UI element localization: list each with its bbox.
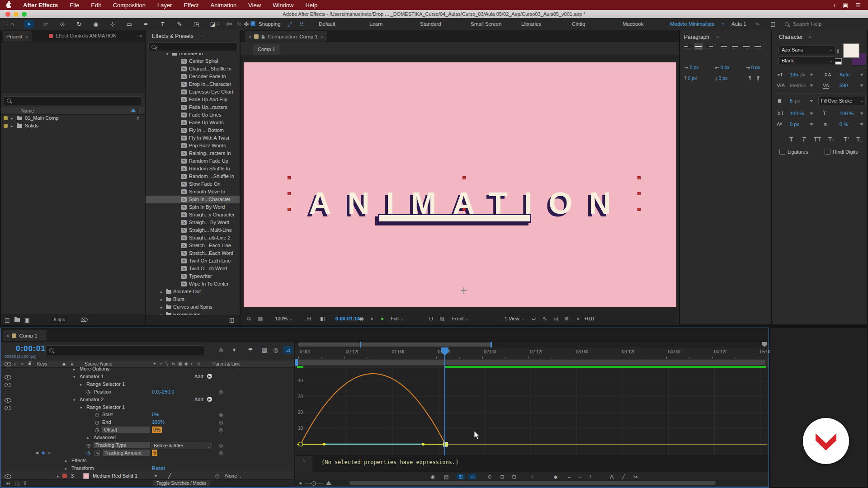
graph-editor[interactable]: 40302010 [295,368,769,455]
paragraph-align-1-button[interactable] [694,43,703,50]
effects-item[interactable]: fx Stretch...Each Line [146,242,240,249]
snap-angle-icon[interactable]: ⤢ [285,20,295,28]
snap-grid-icon[interactable]: ⠿ [297,20,307,28]
faux-bold-icon[interactable]: T [789,136,793,143]
paragraph-align-6-button[interactable] [753,43,762,50]
rectangle-tool[interactable]: ▭ [124,20,134,28]
hindi-digits-checkbox[interactable] [825,149,830,155]
next-keyframe-icon[interactable]: ▶ [48,450,51,455]
font-size-value[interactable]: 135 [790,72,798,77]
project-row[interactable]: ▸ 01_Main Comp⋔ [1,114,145,122]
prev-keyframe-icon[interactable]: ◀ [35,450,38,455]
stopwatch-icon[interactable]: ◷ [86,442,91,448]
primary-viewer-icon[interactable]: ▥ [258,315,263,322]
leading-caret[interactable] [860,74,863,76]
property-name[interactable]: Start [102,412,113,417]
pick-whip-icon[interactable]: ◎ [219,427,223,433]
property-value[interactable]: Reset [152,465,165,471]
label-color-swatch[interactable] [62,474,67,478]
space-before-value[interactable]: 0 px [688,75,697,81]
add-menu-icon[interactable]: ▶ [207,397,212,402]
expand-layer-pane-icon[interactable]: ⊞ [5,481,10,486]
show-snapshot-icon[interactable]: ◐ [371,315,374,322]
fill-color-swatch[interactable] [844,44,859,57]
property-value[interactable]: 0% [152,427,162,433]
property-name[interactable]: Range Selector 1 [86,381,125,387]
menu-animation[interactable]: Animation [210,2,236,9]
workspace-libraries[interactable]: Libraries [521,21,541,27]
view-menu[interactable]: Front⌄ [452,316,468,321]
paragraph-align-4-button[interactable] [731,43,740,50]
property-name[interactable]: Offset [102,427,150,433]
leading-value[interactable]: Auto [840,72,850,77]
eye-icon[interactable] [5,375,11,380]
horizontal-scrollbar[interactable] [349,481,716,485]
property-name[interactable]: Effects [71,458,86,463]
effects-item[interactable]: fx Pop Buzz Words [146,142,240,150]
menu-composition[interactable]: Composition [113,2,146,9]
control-center-icon[interactable]: ☰ [855,2,861,9]
flowchart-icon[interactable]: ⊕ [564,315,569,322]
graph-toggle-icon[interactable]: ∿ [94,450,100,456]
all-caps-icon[interactable]: TT [814,136,821,143]
add-keyframe-icon[interactable]: ◆ [42,450,45,455]
pencil-tool[interactable]: ✎ [175,20,184,28]
screen-record-icon[interactable]: ▣ [843,2,848,9]
effects-presets-title[interactable]: Effects & Presets [152,33,193,39]
property-row-range-selector-1[interactable]: ▸Range Selector 1 [1,380,294,388]
menu-window[interactable]: Window [273,2,293,9]
effects-item[interactable]: fx Fade Up Words [146,119,240,127]
property-row-tracking-amount[interactable]: ◀ ◆ ▶◷∿Tracking Amount5◎ [1,449,294,457]
column-header-name[interactable]: Name [21,108,34,113]
text-direction-ltr-icon[interactable]: ¶ [749,75,751,81]
expand-icon[interactable]: ▾ [80,405,82,410]
effects-item[interactable]: ▸ Curves and Spins [146,303,240,311]
property-row-more-options[interactable]: ▸More Options [1,365,294,373]
close-icon[interactable]: × [249,34,251,39]
toggle-switches-modes-button[interactable]: Toggle Switches / Modes [153,480,210,486]
navigator-handle-icon[interactable] [762,342,767,347]
menu-file[interactable]: File [70,2,79,9]
property-row-start[interactable]: ◷Start0%◎ [1,411,294,418]
item-name[interactable]: Solids [25,123,38,128]
property-row-range-selector-1[interactable]: ▾Range Selector 1 [1,404,294,411]
time-ruler[interactable]: 0:00f00:12f01:00f01:12f02:00f02:12f03:00… [295,347,769,359]
add-label[interactable]: Add: [194,397,205,402]
effects-item[interactable]: fx Espresso Eye Chart [146,88,240,96]
resolution-menu[interactable]: Full⌄ [391,316,403,321]
menu-after-effects[interactable]: After Effects [23,2,58,9]
panel-menu-icon[interactable]: ≡ [808,34,811,39]
property-row-animator-2[interactable]: ▾Animator 2Add: ▶ [1,396,294,404]
effects-item[interactable]: fx Straigh... By Word [146,219,240,226]
zoom-slider-knob[interactable] [311,481,316,486]
new-preset-icon[interactable]: ◫ [229,317,234,323]
parent-select[interactable]: None⌄ [225,473,242,479]
work-area-start-handle[interactable] [295,359,298,366]
ligatures-checkbox[interactable] [779,149,785,155]
layer-name[interactable]: Medium Red Solid 1 [93,473,137,479]
paragraph-align-0-button[interactable] [683,43,692,50]
timeline-navigator[interactable] [295,342,769,347]
effects-item[interactable]: fx Slow Fade On [146,180,240,188]
paragraph-align-5-button[interactable] [742,43,751,50]
comp-navigator-tab[interactable]: Comp 1 [253,44,280,55]
faux-italic-icon[interactable]: T [802,136,806,143]
eyedropper-icon[interactable]: ✐ [835,48,842,55]
expand-icon[interactable]: ▾ [73,375,75,379]
shy-icon[interactable]: ✦ [154,473,158,479]
property-name[interactable]: Range Selector 1 [86,404,125,410]
effects-item[interactable]: ▸ Expressions [146,311,240,315]
property-name[interactable]: End [102,419,111,425]
paragraph-title[interactable]: Paragraph [684,34,709,40]
pick-whip-icon[interactable]: ◎ [215,473,220,479]
effects-item[interactable]: fx Fly In With A Twist [146,134,240,142]
workspace-learn[interactable]: Learn [369,21,382,27]
selection-tool[interactable]: ➤ [24,20,34,28]
expand-icon[interactable]: ▸ [57,474,59,479]
indent-left-value[interactable]: 0 px [690,65,699,70]
pick-whip-icon[interactable]: ◎ [219,419,223,425]
zoom-in-icon[interactable] [326,481,331,485]
zoom-tool[interactable]: ⊙ [57,20,67,28]
eye-icon[interactable] [5,398,11,403]
stopwatch-icon[interactable]: ◷ [95,412,99,418]
